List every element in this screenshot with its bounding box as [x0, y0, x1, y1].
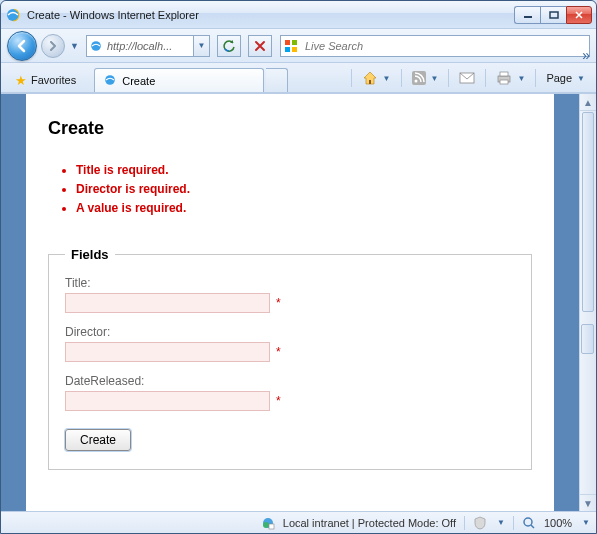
- svg-rect-6: [292, 40, 297, 45]
- recent-pages-dropdown[interactable]: ▼: [69, 41, 82, 51]
- validation-error: A value is required.: [76, 199, 532, 218]
- address-bar[interactable]: [86, 35, 194, 57]
- validation-error: Title is required.: [76, 161, 532, 180]
- svg-point-18: [263, 522, 269, 528]
- tab-title: Create: [122, 75, 155, 87]
- zoom-dropdown[interactable]: ▼: [582, 518, 590, 527]
- minimize-button[interactable]: [514, 6, 540, 24]
- page-menu-label: Page: [546, 72, 572, 84]
- favorites-button[interactable]: ★ Favorites: [7, 68, 84, 92]
- zoom-icon: [522, 516, 536, 530]
- ie-logo-icon: [5, 7, 21, 23]
- tab-favicon: [103, 73, 117, 89]
- svg-rect-3: [550, 12, 558, 18]
- page-menu-button[interactable]: Page ▼: [541, 67, 590, 89]
- favorites-label: Favorites: [31, 74, 76, 86]
- required-mark: *: [276, 345, 281, 359]
- nav-toolbar: ▼ ▼: [1, 29, 596, 63]
- required-mark: *: [276, 394, 281, 408]
- print-button[interactable]: ▼: [491, 67, 530, 89]
- protected-mode-dropdown[interactable]: ▼: [497, 518, 505, 527]
- forward-button[interactable]: [41, 34, 65, 58]
- validation-summary: Title is required. Director is required.…: [48, 161, 532, 219]
- scroll-marker: [581, 324, 594, 354]
- titlebar: Create - Windows Internet Explorer: [1, 1, 596, 29]
- close-button[interactable]: [566, 6, 592, 24]
- star-icon: ★: [15, 73, 27, 88]
- command-bar: ▼ ▼ ▼ Page ▼: [348, 63, 590, 93]
- back-button[interactable]: [7, 31, 37, 61]
- toolbar-overflow-icon[interactable]: »: [582, 47, 590, 63]
- validation-error: Director is required.: [76, 180, 532, 199]
- svg-point-20: [524, 518, 532, 526]
- create-button[interactable]: Create: [65, 429, 131, 451]
- page-margin-left: [1, 94, 26, 511]
- svg-rect-15: [500, 72, 508, 76]
- scroll-down-arrow[interactable]: ▼: [580, 494, 596, 511]
- zone-icon: [261, 516, 275, 530]
- fieldset-legend: Fields: [65, 247, 115, 262]
- svg-rect-16: [500, 80, 508, 84]
- director-input[interactable]: [65, 342, 270, 362]
- tab-create[interactable]: Create: [94, 68, 264, 92]
- address-input[interactable]: [105, 39, 191, 53]
- search-box[interactable]: [280, 35, 590, 57]
- search-input[interactable]: [303, 39, 587, 53]
- scroll-up-arrow[interactable]: ▲: [580, 94, 596, 111]
- datereleased-input[interactable]: [65, 391, 270, 411]
- vertical-scrollbar[interactable]: ▲ ▼: [579, 94, 596, 511]
- title-label: Title:: [65, 276, 515, 290]
- director-label: Director:: [65, 325, 515, 339]
- svg-rect-2: [524, 16, 532, 18]
- zoom-level[interactable]: 100%: [544, 517, 572, 529]
- security-zone: Local intranet | Protected Mode: Off: [283, 517, 456, 529]
- protected-mode-icon[interactable]: [473, 516, 487, 530]
- window-title: Create - Windows Internet Explorer: [27, 9, 514, 21]
- new-tab-button[interactable]: [266, 68, 288, 92]
- live-search-icon: [283, 38, 299, 54]
- svg-rect-5: [285, 40, 290, 45]
- stop-button[interactable]: [248, 35, 272, 57]
- page-icon: [89, 39, 103, 53]
- required-mark: *: [276, 296, 281, 310]
- title-input[interactable]: [65, 293, 270, 313]
- scroll-thumb[interactable]: [582, 112, 594, 312]
- tab-bar: ★ Favorites Create ▼ ▼: [1, 63, 596, 93]
- address-dropdown[interactable]: ▼: [194, 35, 210, 57]
- page-margin-right: [554, 94, 579, 511]
- svg-point-12: [414, 80, 417, 83]
- svg-rect-19: [269, 524, 274, 529]
- read-mail-button[interactable]: [454, 67, 480, 89]
- maximize-button[interactable]: [540, 6, 566, 24]
- fields-fieldset: Fields Title: * Director: *: [48, 247, 532, 470]
- home-button[interactable]: ▼: [357, 67, 396, 89]
- feeds-button[interactable]: ▼: [407, 67, 444, 89]
- viewport: Create Title is required. Director is re…: [1, 93, 596, 511]
- svg-rect-8: [292, 47, 297, 52]
- datereleased-label: DateReleased:: [65, 374, 515, 388]
- status-bar: Local intranet | Protected Mode: Off ▼ 1…: [1, 511, 596, 533]
- svg-rect-10: [369, 80, 371, 84]
- page-heading: Create: [48, 118, 532, 139]
- page-body: Create Title is required. Director is re…: [26, 94, 554, 511]
- svg-rect-7: [285, 47, 290, 52]
- refresh-button[interactable]: [217, 35, 241, 57]
